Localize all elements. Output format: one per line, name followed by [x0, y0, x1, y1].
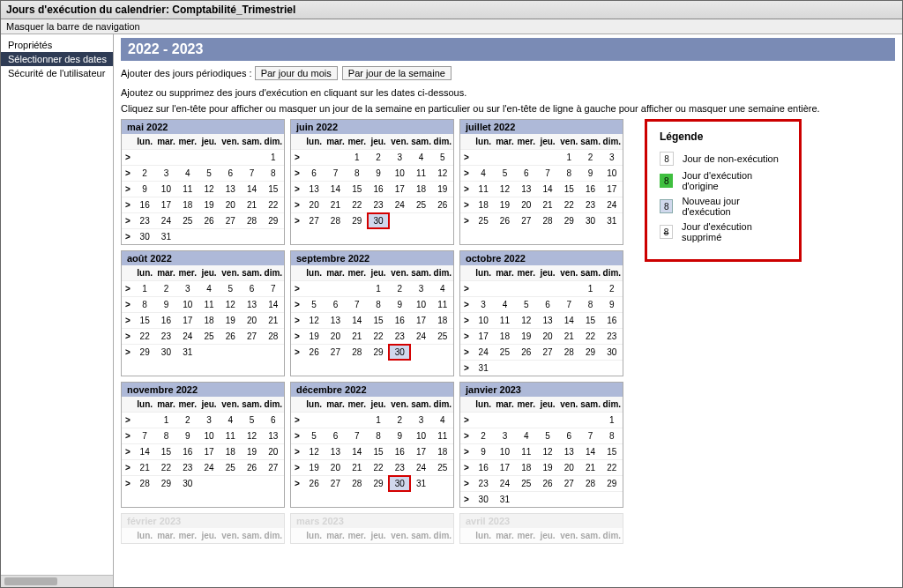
calendar-day[interactable]: 24 [601, 197, 623, 212]
week-toggle[interactable]: > [122, 213, 134, 228]
calendar-day[interactable]: 16 [473, 460, 494, 475]
dow-header[interactable]: mar. [494, 397, 515, 412]
calendar-day[interactable]: 12 [220, 297, 241, 312]
dow-header[interactable]: mar. [325, 397, 346, 412]
calendar-day[interactable]: 29 [558, 213, 579, 228]
dow-header[interactable]: jeu. [368, 265, 389, 280]
dow-header[interactable]: mer. [347, 528, 368, 543]
week-toggle[interactable]: > [122, 297, 134, 312]
calendar-day[interactable]: 10 [601, 166, 623, 181]
calendar-day[interactable]: 21 [134, 460, 155, 475]
week-toggle[interactable]: > [291, 150, 303, 165]
calendar-day[interactable]: 2 [177, 413, 198, 428]
dow-header[interactable]: jeu. [537, 265, 558, 280]
dow-header[interactable]: mar. [155, 528, 176, 543]
dow-header[interactable]: ven. [389, 397, 410, 412]
calendar-day[interactable]: 2 [389, 281, 410, 296]
calendar-day[interactable]: 1 [263, 150, 284, 165]
calendar-day[interactable]: 31 [410, 476, 431, 491]
week-toggle[interactable]: > [460, 345, 473, 360]
week-toggle[interactable]: > [460, 329, 473, 344]
calendar-day[interactable]: 19 [303, 460, 325, 475]
calendar-day[interactable]: 24 [410, 460, 431, 475]
calendar-day[interactable]: 23 [579, 197, 601, 212]
calendar-day[interactable]: 30 [389, 345, 410, 360]
calendar-day[interactable]: 17 [198, 444, 220, 459]
calendar-day[interactable]: 8 [347, 166, 368, 181]
dow-header[interactable]: sam. [410, 397, 431, 412]
calendar-day[interactable]: 5 [494, 166, 515, 181]
calendar-day[interactable]: 12 [516, 313, 537, 328]
week-toggle[interactable]: > [291, 313, 303, 328]
calendar-day[interactable]: 7 [241, 166, 262, 181]
calendar-day[interactable]: 11 [494, 313, 515, 328]
calendar-day[interactable]: 21 [347, 460, 368, 475]
dow-header[interactable]: ven. [220, 397, 241, 412]
week-toggle[interactable]: > [122, 413, 134, 428]
calendar-day[interactable]: 16 [177, 444, 198, 459]
calendar-day[interactable]: 26 [537, 476, 558, 491]
calendar-day[interactable]: 29 [134, 345, 155, 360]
calendar-day[interactable]: 15 [347, 182, 368, 197]
dow-header[interactable]: mar. [325, 528, 346, 543]
dow-header[interactable]: ven. [220, 134, 241, 149]
week-toggle[interactable]: > [291, 413, 303, 428]
calendar-day[interactable]: 30 [389, 476, 410, 491]
calendar-day[interactable]: 28 [241, 213, 262, 228]
calendar-day[interactable]: 12 [494, 182, 515, 197]
dow-header[interactable]: lun. [134, 397, 155, 412]
calendar-day[interactable]: 28 [347, 476, 368, 491]
calendar-day[interactable]: 22 [368, 329, 389, 344]
calendar-day[interactable]: 11 [516, 444, 537, 459]
calendar-day[interactable]: 27 [325, 345, 346, 360]
dow-header[interactable]: mer. [516, 134, 537, 149]
calendar-day[interactable]: 17 [155, 197, 176, 212]
dow-header[interactable]: mar. [155, 265, 176, 280]
week-toggle[interactable]: > [122, 476, 134, 491]
sidebar-item[interactable]: Sélectionner des dates [1, 52, 113, 66]
calendar-day[interactable]: 17 [410, 444, 431, 459]
calendar-day[interactable]: 12 [303, 313, 325, 328]
week-toggle[interactable]: > [460, 460, 473, 475]
week-toggle[interactable]: > [460, 476, 473, 491]
calendar-day[interactable]: 31 [601, 213, 623, 228]
calendar-day[interactable]: 18 [198, 313, 220, 328]
week-toggle[interactable]: > [122, 428, 134, 443]
calendar-day[interactable]: 1 [368, 413, 389, 428]
dow-header[interactable]: mar. [155, 134, 176, 149]
calendar-day[interactable]: 26 [516, 345, 537, 360]
calendar-day[interactable]: 20 [220, 197, 241, 212]
calendar-day[interactable]: 14 [325, 182, 346, 197]
dow-header[interactable]: lun. [303, 134, 325, 149]
calendar-day[interactable]: 30 [177, 476, 198, 491]
calendar-day[interactable]: 31 [494, 492, 515, 507]
dow-header[interactable]: jeu. [198, 397, 220, 412]
week-toggle[interactable]: > [122, 281, 134, 296]
calendar-day[interactable]: 1 [347, 150, 368, 165]
dow-header[interactable]: mer. [177, 265, 198, 280]
calendar-day[interactable]: 24 [473, 345, 494, 360]
dow-header[interactable]: ven. [558, 397, 579, 412]
calendar-day[interactable]: 9 [155, 297, 176, 312]
calendar-day[interactable]: 15 [155, 444, 176, 459]
calendar-day[interactable]: 28 [325, 213, 346, 228]
calendar-day[interactable]: 6 [325, 297, 346, 312]
calendar-day[interactable]: 30 [155, 345, 176, 360]
calendar-day[interactable]: 6 [220, 166, 241, 181]
week-toggle[interactable]: > [122, 444, 134, 459]
calendar-day[interactable]: 9 [389, 428, 410, 443]
week-toggle[interactable]: > [291, 197, 303, 212]
calendar-day[interactable]: 7 [347, 297, 368, 312]
calendar-day[interactable]: 3 [155, 166, 176, 181]
dow-header[interactable]: lun. [134, 528, 155, 543]
calendar-day[interactable]: 4 [410, 150, 431, 165]
calendar-day[interactable]: 7 [579, 428, 601, 443]
dow-header[interactable]: ven. [558, 528, 579, 543]
week-toggle[interactable]: > [291, 444, 303, 459]
calendar-day[interactable]: 28 [558, 345, 579, 360]
calendar-day[interactable]: 6 [558, 428, 579, 443]
calendar-day[interactable]: 27 [263, 460, 284, 475]
calendar-day[interactable]: 16 [579, 182, 601, 197]
calendar-day[interactable]: 22 [368, 460, 389, 475]
dow-header[interactable]: sam. [579, 528, 601, 543]
